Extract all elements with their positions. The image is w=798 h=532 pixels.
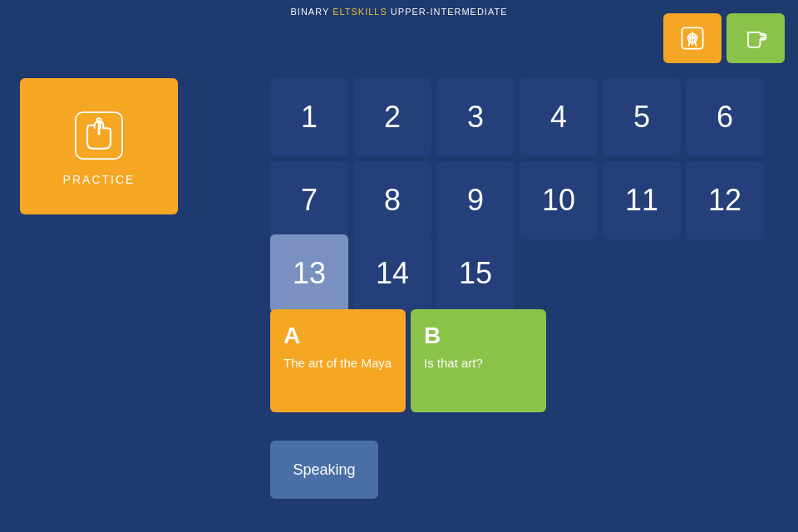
coffee-icon-button[interactable] [727, 13, 785, 63]
number-tile-3[interactable]: 3 [436, 78, 515, 156]
svg-rect-2 [76, 112, 122, 159]
speaking-label: Speaking [293, 461, 355, 479]
number-tile-12[interactable]: 12 [686, 161, 764, 239]
coffee-cup-icon [741, 23, 771, 53]
topic-b-text: Is that art? [424, 356, 533, 370]
topic-tile-a[interactable]: A The art of the Maya [270, 309, 406, 412]
brand-text: BINARY [291, 7, 333, 17]
speaking-tile[interactable]: Speaking [270, 441, 378, 499]
number-tile-14[interactable]: 14 [353, 234, 431, 313]
practice-label: PRACTICE [63, 173, 135, 186]
elt-text: ELTSKILLS [332, 7, 387, 17]
top-icons-container [663, 13, 785, 63]
topic-tile-b[interactable]: B Is that art? [411, 309, 546, 412]
number-tile-15[interactable]: 15 [436, 234, 515, 313]
hand-pointer-icon [677, 23, 707, 53]
level-text: UPPER-INTERMEDIATE [391, 7, 508, 17]
number-tile-7[interactable]: 7 [270, 161, 348, 239]
topic-tiles: A The art of the Maya B Is that art? [270, 309, 546, 412]
number-tile-10[interactable]: 10 [520, 161, 598, 239]
number-tile-2[interactable]: 2 [353, 78, 431, 156]
practice-tile[interactable]: PRACTICE [20, 78, 178, 214]
number-tile-11[interactable]: 11 [603, 161, 681, 239]
number-grid: 1 2 3 4 5 6 7 8 9 10 11 12 [270, 78, 764, 239]
number-tile-1[interactable]: 1 [270, 78, 348, 156]
number-tile-6[interactable]: 6 [686, 78, 764, 156]
topic-a-text: The art of the Maya [283, 356, 392, 370]
topic-a-letter: A [283, 323, 392, 349]
number-tile-4[interactable]: 4 [520, 78, 598, 156]
number-tile-5[interactable]: 5 [603, 78, 681, 156]
topic-b-letter: B [424, 323, 533, 349]
number-tile-8[interactable]: 8 [353, 161, 431, 239]
practice-icon-button[interactable] [663, 13, 722, 63]
hand-click-icon [70, 106, 128, 165]
number-tile-13[interactable]: 13 [270, 234, 348, 313]
number-tile-9[interactable]: 9 [436, 161, 515, 239]
number-row3: 13 14 15 [270, 234, 515, 313]
